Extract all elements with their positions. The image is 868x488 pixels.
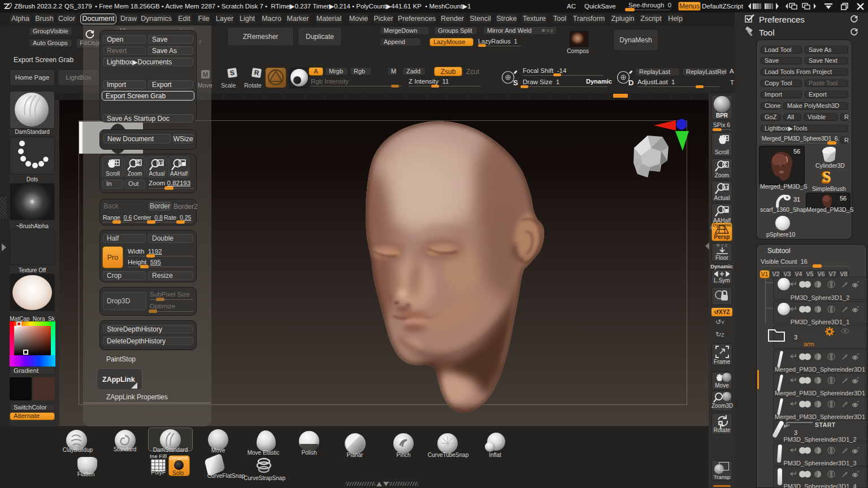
svg-text:S: S <box>513 79 518 87</box>
svg-text:x1: x1 <box>723 185 729 190</box>
svg-text:D: D <box>628 79 633 87</box>
svg-text:x1: x1 <box>158 160 164 166</box>
svg-text:S: S <box>823 168 831 185</box>
